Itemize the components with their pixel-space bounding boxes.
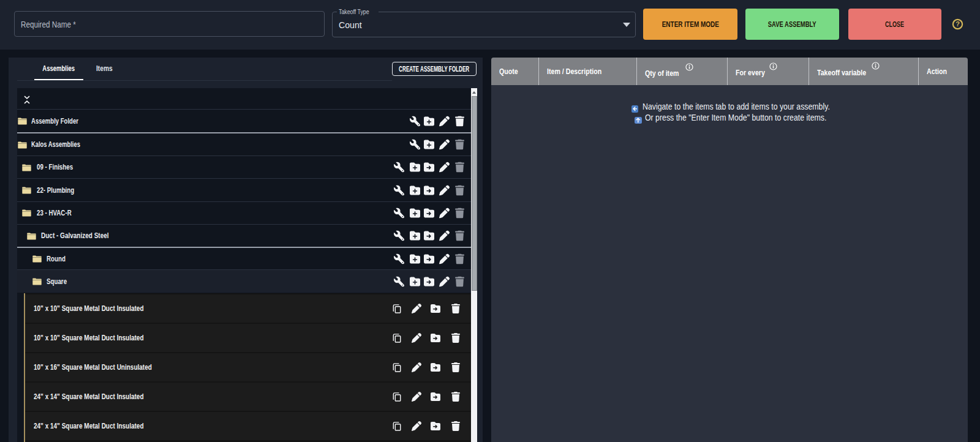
svg-text:?: ? [956,20,960,28]
